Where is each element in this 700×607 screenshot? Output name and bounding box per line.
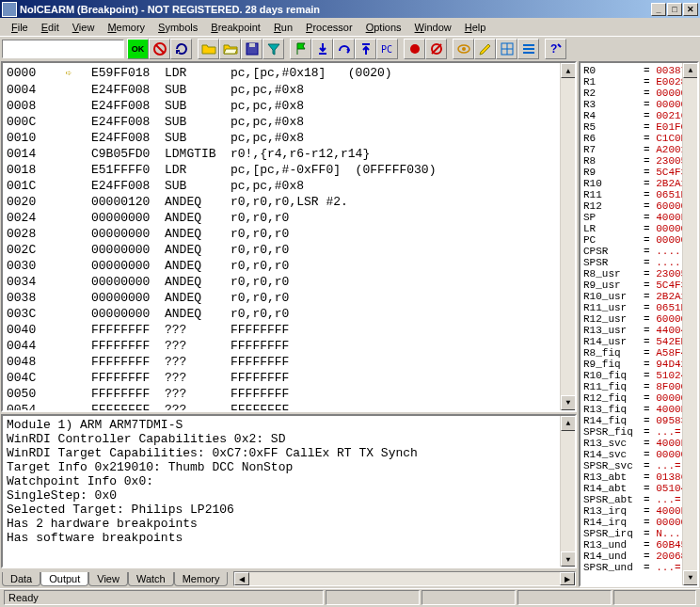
register-row[interactable]: R12= 60000053 xyxy=(583,200,694,212)
disasm-row[interactable]: 003000000000ANDEQr0,r0,r0 xyxy=(7,258,571,274)
scroll-up-button[interactable]: ▲ xyxy=(561,416,576,431)
register-row[interactable]: SPSR_fiq= ...=....-USR xyxy=(583,426,694,438)
save-button[interactable] xyxy=(241,39,262,59)
menu-processor[interactable]: Processor xyxy=(300,21,358,34)
register-row[interactable]: R13_abt= 01386868 xyxy=(583,471,694,483)
disasm-row[interactable]: 0008E24FF008SUBpc,pc,#0x8 xyxy=(7,98,571,114)
reset-button[interactable] xyxy=(170,39,192,59)
register-row[interactable]: R13_usr= 44004565 xyxy=(583,325,694,336)
watch-button[interactable] xyxy=(453,39,474,59)
scroll-up-button[interactable]: ▲ xyxy=(561,63,576,78)
register-row[interactable]: R2= 00000000 xyxy=(583,88,694,99)
mem-button[interactable] xyxy=(496,39,517,59)
scroll-down-button[interactable]: ▼ xyxy=(561,551,576,567)
register-row[interactable]: R10_fiq= 51024206 xyxy=(583,370,694,381)
disasm-row[interactable]: 002C00000000ANDEQr0,r0,r0 xyxy=(7,242,571,258)
tab-output[interactable]: Output xyxy=(40,572,88,586)
register-row[interactable]: R14_svc= 00000190 xyxy=(583,449,694,460)
stepover-button[interactable] xyxy=(333,39,355,59)
register-row[interactable]: R10= 2B2A10B4 xyxy=(583,178,694,189)
menu-breakpoint[interactable]: Breakpoint xyxy=(205,21,266,34)
run-button[interactable] xyxy=(290,39,311,59)
register-row[interactable]: R5= E01FC040 xyxy=(583,121,694,133)
menu-options[interactable]: Options xyxy=(360,21,407,34)
register-row[interactable]: LR= 00000190 xyxy=(583,223,694,234)
menu-help[interactable]: Help xyxy=(459,21,492,34)
register-row[interactable]: R11_fiq= 8F00C4AA xyxy=(583,381,694,392)
go-button[interactable]: OK xyxy=(127,39,149,59)
register-row[interactable]: R1= E0028004 xyxy=(583,76,694,88)
register-row[interactable]: R6= C1C0B116 xyxy=(583,133,694,144)
register-row[interactable]: R8_fiq= A58F407B xyxy=(583,347,694,359)
stepin-button[interactable] xyxy=(311,39,333,59)
register-row[interactable]: R14_fiq= 095832C0 xyxy=(583,415,694,426)
disasm-row[interactable]: 002400000000ANDEQr0,r0,r0 xyxy=(7,210,571,226)
scroll-up-button[interactable]: ▲ xyxy=(683,63,698,78)
register-row[interactable]: R14_irq= 00000288 xyxy=(583,517,694,528)
register-row[interactable]: R0= 00387520 xyxy=(583,65,694,76)
disasm-row[interactable]: 0050FFFFFFFF???FFFFFFFF xyxy=(7,386,571,402)
register-row[interactable]: R14_abt= 05104C13 xyxy=(583,483,694,494)
regs-button[interactable] xyxy=(517,39,539,59)
register-row[interactable]: PC= 00000000 xyxy=(583,234,694,246)
tab-data[interactable]: Data xyxy=(2,572,40,586)
register-row[interactable]: R9_usr= 5C4F30CA xyxy=(583,280,694,291)
register-row[interactable]: SP= 4000FED0 xyxy=(583,212,694,223)
menu-window[interactable]: Window xyxy=(409,21,457,34)
register-row[interactable]: R3= 00000000 xyxy=(583,99,694,110)
disasm-row[interactable]: 0040FFFFFFFF???FFFFFFFF xyxy=(7,322,571,338)
scroll-down-button[interactable]: ▼ xyxy=(683,570,698,585)
menu-run[interactable]: Run xyxy=(268,21,298,34)
scroll-down-button[interactable]: ▼ xyxy=(561,395,576,410)
scroll-left-button[interactable]: ◀ xyxy=(234,572,249,585)
maximize-button[interactable]: □ xyxy=(667,3,682,16)
menu-symbols[interactable]: Symbols xyxy=(152,21,203,34)
edit-button[interactable] xyxy=(474,39,496,59)
register-row[interactable]: SPSR_svc= ...=....-USR xyxy=(583,460,694,471)
menu-file[interactable]: File xyxy=(6,21,34,34)
hscrollbar[interactable]: ◀▶ xyxy=(233,571,576,586)
menu-memory[interactable]: Memory xyxy=(102,21,151,34)
runto-button[interactable]: PC xyxy=(376,39,398,59)
minimize-button[interactable]: _ xyxy=(651,3,666,16)
register-row[interactable]: R8_usr= 23005168 xyxy=(583,268,694,280)
registers-pane[interactable]: ▲▼ R0= 00387520R1= E0028004R2= 00000000R… xyxy=(579,61,699,587)
register-row[interactable]: R13_fiq= 4000FFFC xyxy=(583,404,694,415)
register-row[interactable]: R11_usr= 0651D506 xyxy=(583,302,694,313)
register-row[interactable]: SPSR_und= ...=....-USR xyxy=(583,562,694,573)
register-row[interactable]: R14_und= 20068019 xyxy=(583,551,694,562)
register-row[interactable]: R13_svc= 4000FED0 xyxy=(583,438,694,449)
close-button[interactable]: ✕ xyxy=(683,3,698,16)
output-pane[interactable]: ▲▼ Module 1) ARM ARM7TDMI-SWinRDI Contro… xyxy=(1,414,577,568)
disasm-row[interactable]: 0000➪E59FF018LDRpc,[pc,#0x18] (0020) xyxy=(7,65,571,82)
help-button[interactable]: ? xyxy=(545,39,566,59)
menu-view[interactable]: View xyxy=(67,21,101,34)
register-row[interactable]: SPSR_irq= N...-.F.-SVC xyxy=(583,528,694,539)
disasm-row[interactable]: 0054FFFFFFFF???FFFFFFFF xyxy=(7,402,571,412)
bp-toggle-button[interactable] xyxy=(404,39,425,59)
bp-clear-button[interactable] xyxy=(425,39,447,59)
disasm-row[interactable]: 004CFFFFFFFF???FFFFFFFF xyxy=(7,370,571,386)
disasm-row[interactable]: 002800000000ANDEQr0,r0,r0 xyxy=(7,226,571,242)
scroll-right-button[interactable]: ▶ xyxy=(560,572,575,585)
disasm-row[interactable]: 003800000000ANDEQr0,r0,r0 xyxy=(7,290,571,306)
stepout-button[interactable] xyxy=(355,39,376,59)
stop-button[interactable] xyxy=(149,39,170,59)
register-row[interactable]: R12_fiq= 00000064 xyxy=(583,392,694,404)
register-row[interactable]: R14_usr= 542ED602 xyxy=(583,336,694,347)
open2-button[interactable] xyxy=(219,39,241,59)
disasm-row[interactable]: 001CE24FF008SUBpc,pc,#0x8 xyxy=(7,178,571,194)
disasm-row[interactable]: 003C00000000ANDEQr0,r0,r0 xyxy=(7,306,571,322)
tab-memory[interactable]: Memory xyxy=(174,572,229,586)
register-row[interactable]: R12_usr= 60000053 xyxy=(583,313,694,325)
disasm-row[interactable]: 0044FFFFFFFF???FFFFFFFF xyxy=(7,338,571,354)
disasm-row[interactable]: 003400000000ANDEQr0,r0,r0 xyxy=(7,274,571,290)
register-row[interactable]: R10_usr= 2B2A10B4 xyxy=(583,291,694,302)
register-row[interactable]: R9_fiq= 94D42613 xyxy=(583,359,694,370)
register-row[interactable]: R11= 0651D506 xyxy=(583,189,694,200)
disassembly-pane[interactable]: ▲▼ 0000➪E59FF018LDRpc,[pc,#0x18] (0020)0… xyxy=(1,61,577,412)
tab-view[interactable]: View xyxy=(88,572,128,586)
disasm-row[interactable]: 0018E51FFFF0LDRpc,[pc,#-0xFF0] (0FFFFF03… xyxy=(7,162,571,178)
register-row[interactable]: SPSR= .........-USR xyxy=(583,257,694,268)
register-row[interactable]: CPSR= .....-IF.-SVC xyxy=(583,246,694,257)
